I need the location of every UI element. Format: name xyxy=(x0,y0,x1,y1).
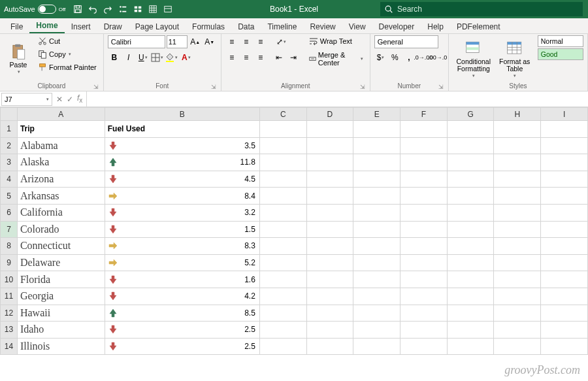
cell-C6[interactable] xyxy=(259,204,306,221)
cell-B6[interactable]: 3.2 xyxy=(105,204,259,221)
cell-H3[interactable] xyxy=(494,154,541,171)
row-header-10[interactable]: 10 xyxy=(1,271,18,288)
cell-C5[interactable] xyxy=(259,188,306,205)
cell-A1[interactable]: Trip xyxy=(17,121,105,138)
tab-draw[interactable]: Draw xyxy=(97,20,129,33)
cell-style-good[interactable]: Good xyxy=(538,48,583,60)
currency-icon[interactable]: $▾ xyxy=(374,51,387,64)
cell-A5[interactable]: Arkansas xyxy=(17,188,105,205)
cell-F8[interactable] xyxy=(400,238,448,255)
cell-E10[interactable] xyxy=(353,271,400,288)
cell-B11[interactable]: 4.2 xyxy=(105,288,259,305)
copy-button[interactable]: Copy▾ xyxy=(35,48,99,60)
cell-B2[interactable]: 3.5 xyxy=(105,137,259,154)
autosave-toggle-icon[interactable] xyxy=(38,5,56,14)
cell-E6[interactable] xyxy=(353,204,400,221)
cell-D5[interactable] xyxy=(306,188,353,205)
cell-B3[interactable]: 11.8 xyxy=(105,154,259,171)
underline-button[interactable]: U▾ xyxy=(137,51,150,64)
align-left-icon[interactable]: ≡ xyxy=(225,51,238,64)
row-header-11[interactable]: 11 xyxy=(1,288,18,305)
font-size-select[interactable] xyxy=(167,35,188,48)
align-middle-icon[interactable]: ≡ xyxy=(240,35,253,48)
row-header-12[interactable]: 12 xyxy=(1,305,18,322)
cell-A11[interactable]: Georgia xyxy=(17,288,105,305)
redo-icon[interactable] xyxy=(101,2,115,16)
cell-E4[interactable] xyxy=(353,171,400,188)
format-as-table-button[interactable]: Format as Table▾ xyxy=(497,35,532,82)
cell-A9[interactable]: Delaware xyxy=(17,254,105,271)
undo-icon[interactable] xyxy=(86,2,100,16)
cell-A14[interactable]: Illinois xyxy=(17,338,105,355)
tab-review[interactable]: Review xyxy=(303,20,342,33)
tab-home[interactable]: Home xyxy=(29,18,64,33)
cell-G14[interactable] xyxy=(447,338,494,355)
number-dialog-launcher[interactable] xyxy=(438,83,444,90)
cell-B12[interactable]: 8.5 xyxy=(105,305,259,322)
cell-F5[interactable] xyxy=(400,188,448,205)
cell-C14[interactable] xyxy=(259,338,306,355)
format-painter-button[interactable]: Format Painter xyxy=(35,61,99,73)
cell-C11[interactable] xyxy=(259,288,306,305)
search-box[interactable]: Search xyxy=(380,2,583,16)
cell-I7[interactable] xyxy=(541,221,588,238)
align-center-icon[interactable]: ≡ xyxy=(240,51,253,64)
cell-E11[interactable] xyxy=(353,288,400,305)
cell-D6[interactable] xyxy=(306,204,353,221)
cell-G3[interactable] xyxy=(447,154,494,171)
cell-B7[interactable]: 1.5 xyxy=(105,221,259,238)
cell-E2[interactable] xyxy=(353,137,400,154)
cell-B8[interactable]: 8.3 xyxy=(105,238,259,255)
cell-A10[interactable]: Florida xyxy=(17,271,105,288)
tab-data[interactable]: Data xyxy=(231,20,261,33)
cell-G10[interactable] xyxy=(447,271,494,288)
cell-H10[interactable] xyxy=(494,271,541,288)
cell-A8[interactable]: Connecticut xyxy=(17,238,105,255)
cell-C10[interactable] xyxy=(259,271,306,288)
formula-input[interactable] xyxy=(87,91,588,107)
cell-H7[interactable] xyxy=(494,221,541,238)
cell-D12[interactable] xyxy=(306,305,353,322)
decrease-decimal-icon[interactable]: .00→.0 xyxy=(431,51,444,64)
cell-I13[interactable] xyxy=(541,322,588,339)
cell-F2[interactable] xyxy=(400,137,448,154)
col-header-B[interactable]: B xyxy=(105,108,259,121)
cell-I9[interactable] xyxy=(541,254,588,271)
cell-D11[interactable] xyxy=(306,288,353,305)
fill-color-button[interactable]: ▾ xyxy=(165,51,178,64)
cell-C9[interactable] xyxy=(259,254,306,271)
name-box[interactable]: J7▾ xyxy=(1,93,52,106)
autosave-control[interactable]: AutoSave Off xyxy=(4,5,65,14)
conditional-formatting-button[interactable]: Conditional Formatting▾ xyxy=(453,35,495,82)
cell-E9[interactable] xyxy=(353,254,400,271)
qat-icon-3[interactable] xyxy=(146,2,160,16)
cell-C4[interactable] xyxy=(259,171,306,188)
row-header-3[interactable]: 3 xyxy=(1,154,18,171)
row-header-14[interactable]: 14 xyxy=(1,338,18,355)
cell-G6[interactable] xyxy=(447,204,494,221)
cell-E5[interactable] xyxy=(353,188,400,205)
tab-insert[interactable]: Insert xyxy=(65,20,97,33)
bold-button[interactable]: B xyxy=(108,51,121,64)
cell-H9[interactable] xyxy=(494,254,541,271)
decrease-indent-icon[interactable]: ⇤ xyxy=(272,51,286,64)
cell-F7[interactable] xyxy=(400,221,448,238)
cell-A4[interactable]: Arizona xyxy=(17,171,105,188)
cell-G9[interactable] xyxy=(447,254,494,271)
cell-F4[interactable] xyxy=(400,171,448,188)
cell-H5[interactable] xyxy=(494,188,541,205)
cell-E14[interactable] xyxy=(353,338,400,355)
row-header-9[interactable]: 9 xyxy=(1,254,18,271)
col-header-C[interactable]: C xyxy=(259,108,306,121)
cell-C13[interactable] xyxy=(259,322,306,339)
spreadsheet-grid[interactable]: ABCDEFGHI 1TripFuel Used2Alabama3.53Alas… xyxy=(0,107,588,355)
cell-D14[interactable] xyxy=(306,338,353,355)
tab-view[interactable]: View xyxy=(342,20,372,33)
row-header-7[interactable]: 7 xyxy=(1,221,18,238)
cell-F1[interactable] xyxy=(400,121,448,138)
cell-I11[interactable] xyxy=(541,288,588,305)
cell-I3[interactable] xyxy=(541,154,588,171)
cell-C8[interactable] xyxy=(259,238,306,255)
cell-E3[interactable] xyxy=(353,154,400,171)
cell-F3[interactable] xyxy=(400,154,448,171)
